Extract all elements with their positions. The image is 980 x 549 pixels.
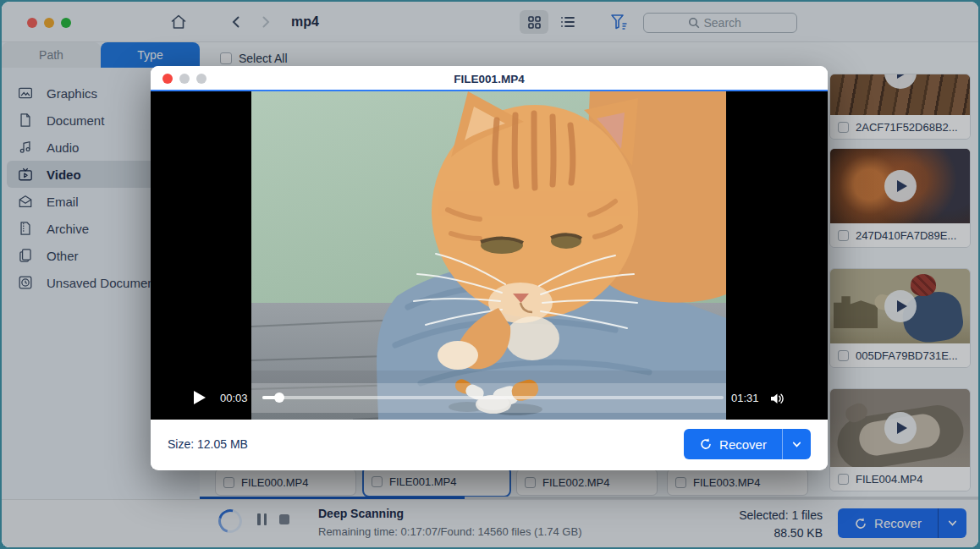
volume-icon[interactable] xyxy=(768,390,785,407)
file-size-label: Size: 12.05 MB xyxy=(168,420,248,469)
play-button[interactable] xyxy=(194,391,206,404)
screen: mp4 Path Type xyxy=(0,0,980,549)
video-player[interactable]: 00:03 01:31 xyxy=(151,91,828,420)
duration-time: 01:31 xyxy=(731,392,759,404)
chevron-down-icon xyxy=(791,439,802,450)
modal-footer: Size: 12.05 MB Recover xyxy=(151,420,828,469)
modal-recover-dropdown-button[interactable] xyxy=(783,429,811,459)
preview-modal: FILE001.MP4 xyxy=(151,66,828,470)
modal-recover-button[interactable]: Recover xyxy=(684,429,811,459)
seek-thumb[interactable] xyxy=(274,393,284,403)
video-frame-cat[interactable] xyxy=(251,91,726,420)
recover-icon xyxy=(699,437,713,451)
modal-titlebar: FILE001.MP4 xyxy=(151,66,828,91)
seek-bar[interactable] xyxy=(262,396,724,399)
current-time: 00:03 xyxy=(220,392,248,404)
modal-title: FILE001.MP4 xyxy=(151,66,828,91)
